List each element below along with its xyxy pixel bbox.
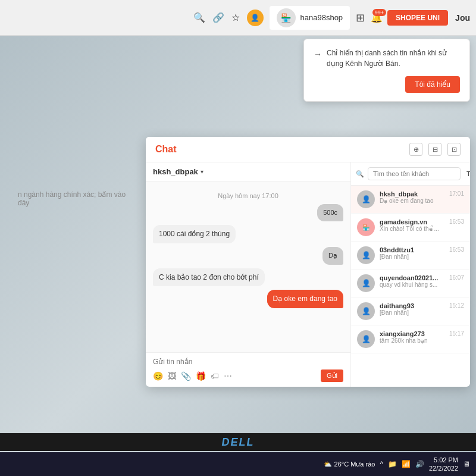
send-btn[interactable]: Gửi (321, 369, 343, 382)
sticker-icon[interactable]: 🏷 (211, 371, 219, 381)
tooltip-popup: → Chỉ hiển thị danh sách tin nhắn khi sử… (303, 39, 470, 102)
grid-apps-icon[interactable]: ⊞ (356, 11, 365, 24)
contact-name: 03nddttzu1 (380, 246, 444, 253)
contact-item[interactable]: 👤 daithang93 [Đan nhãn] 15:12 (351, 298, 470, 325)
contact-name: hksh_dbpak (380, 190, 444, 198)
search-icon[interactable]: 🔍 (193, 12, 205, 23)
contact-preview: quay vd khui hàng s... (380, 281, 444, 288)
message-row: C kia bảo tao 2 đơn cho bớt phí (153, 268, 343, 287)
contact-info: gamadesign.vn Xin chào! Tôi có thể ... (380, 218, 444, 232)
taskbar-volume-icon[interactable]: 🔊 (415, 460, 424, 468)
contact-item[interactable]: 👤 03nddttzu1 [Đan nhãn] 16:53 (351, 242, 470, 270)
contact-time: 15:17 (449, 330, 464, 337)
avatar: 👤 (357, 190, 375, 208)
contact-time: 15:12 (449, 302, 464, 309)
browser-nav-icons: 🔍 🔗 ☆ 👤 (193, 10, 264, 26)
contact-name: daithang93 (380, 302, 444, 309)
contact-time: 16:53 (449, 218, 464, 225)
contact-info: xiangxiang273 tâm 260k nha bạn (380, 330, 444, 344)
filter-dropdown[interactable]: Tất cả (464, 170, 470, 178)
contact-item[interactable]: 👤 xiangxiang273 tâm 260k nha bạn 15:17 (351, 325, 470, 353)
taskbar: ⛅ 26°C Mưa rào ^ 📁 📶 🔊 5:02 PM 22/2/2022… (0, 452, 476, 476)
message-bubble: 1000 cái đồng 2 thùng (153, 225, 236, 243)
contact-time: 17:01 (449, 190, 464, 197)
gift-icon[interactable]: 🎁 (196, 371, 206, 381)
contact-name: quyendoan02021... (380, 274, 444, 281)
message-row: 500c (153, 204, 343, 221)
message-bubble: Dạ (322, 247, 343, 264)
messages-area: Ngày hôm nay 17:00 500c 1000 cái đồng 2 … (146, 181, 350, 352)
attachment-icon[interactable]: 📎 (181, 371, 191, 381)
emoji-icon[interactable]: 😊 (153, 371, 163, 381)
contact-time: 16:07 (449, 274, 464, 281)
contact-item[interactable]: 👤 quyendoan02021... quay vd khui hàng s.… (351, 270, 470, 298)
dell-logo: DELL (222, 436, 255, 449)
add-chat-icon[interactable]: ⊕ (409, 143, 422, 156)
up-arrow-icon[interactable]: ^ (380, 460, 383, 468)
contact-info: daithang93 [Đan nhãn] (380, 302, 444, 316)
chat-input[interactable] (153, 358, 343, 366)
taskbar-folder-icon[interactable]: 📁 (388, 460, 397, 468)
side-text: n ngành hàng chính xác; bấm vào đây (18, 190, 137, 207)
taskbar-network-icon[interactable]: 📶 (402, 460, 411, 468)
chat-header: Chat ⊕ ⊟ ⊡ (146, 137, 470, 162)
username: hana98shop (300, 13, 343, 22)
chat-title: Chat (155, 144, 177, 155)
contact-info: hksh_dbpak Dạ oke em đang tao (380, 190, 444, 204)
more-icon[interactable]: ⋯ (224, 371, 232, 381)
avatar: 👤 (357, 302, 375, 320)
avatar: 👤 (357, 246, 375, 264)
user-icon[interactable]: 👤 (247, 10, 264, 26)
chat-input-area: 😊 🖼 📎 🎁 🏷 ⋯ Gửi (146, 352, 350, 387)
star-icon[interactable]: ☆ (231, 12, 240, 23)
contact-item[interactable]: 👤 hksh_dbpak Dạ oke em đang tao 17:01 (351, 186, 470, 214)
share-icon[interactable]: 🔗 (212, 12, 224, 23)
avatar: 🏪 (357, 218, 375, 236)
monitor-brand: DELL (0, 433, 476, 451)
taskbar-weather: ⛅ 26°C Mưa rào (324, 461, 375, 468)
weather-icon: ⛅ (324, 461, 332, 468)
notification-bell[interactable]: 🔔 99+ (371, 12, 383, 23)
contact-name: xiangxiang273 (380, 330, 444, 337)
contact-item[interactable]: 🏪 gamadesign.vn Xin chào! Tôi có thể ...… (351, 214, 470, 242)
tooltip-arrow-icon: → (314, 48, 322, 61)
contact-preview: tâm 260k nha bạn (380, 337, 444, 344)
chat-panel: hksh_dbpak ▾ Ngày hôm nay 17:00 500c 100… (146, 162, 351, 387)
avatar: 👤 (357, 330, 375, 348)
user-area: 🏪 hana98shop (270, 6, 350, 30)
image-icon[interactable]: 🖼 (168, 371, 176, 381)
taskbar-monitor-icon[interactable]: 🖥 (463, 460, 470, 468)
message-row: 1000 cái đồng 2 thùng (153, 225, 343, 243)
expand-chat-icon[interactable]: ⊡ (447, 143, 461, 156)
contacts-list: 👤 hksh_dbpak Dạ oke em đang tao 17:01 🏪 … (351, 186, 470, 387)
message-row: Dạ (153, 247, 343, 264)
contact-preview: [Đan nhãn] (380, 253, 444, 260)
chat-body: hksh_dbpak ▾ Ngày hôm nay 17:00 500c 100… (146, 162, 470, 387)
contact-info: quyendoan02021... quay vd khui hàng s... (380, 274, 444, 288)
chat-header-icons: ⊕ ⊟ ⊡ (409, 143, 461, 156)
confirm-btn[interactable]: Tôi đã hiểu (405, 76, 460, 93)
minimize-chat-icon[interactable]: ⊟ (428, 143, 441, 156)
browser-header: 🔍 🔗 ☆ 👤 🏪 hana98shop ⊞ 🔔 99+ SHOPEE UNI … (0, 0, 476, 36)
message-bubble: Dạ oke em đang tao (267, 290, 343, 308)
contacts-panel: 🔍 Tất cả 👤 hksh_dbpak Dạ oke em đang tao… (351, 162, 470, 387)
contact-info: 03nddttzu1 [Đan nhãn] (380, 246, 444, 260)
dropdown-arrow-icon[interactable]: ▾ (201, 168, 203, 175)
date-divider: Ngày hôm nay 17:00 (153, 192, 343, 199)
avatar: 🏪 (277, 8, 296, 27)
contact-preview: [Đan nhãn] (380, 309, 444, 316)
taskbar-right: ⛅ 26°C Mưa rào ^ 📁 📶 🔊 5:02 PM 22/2/2022… (324, 456, 470, 473)
message-bubble: C kia bảo tao 2 đơn cho bớt phí (153, 268, 265, 287)
contact-preview: Xin chào! Tôi có thể ... (380, 226, 444, 232)
tooltip-text: → Chỉ hiển thị danh sách tin nhắn khi sử… (314, 48, 460, 69)
desktop: 🔍 🔗 ☆ 👤 🏪 hana98shop ⊞ 🔔 99+ SHOPEE UNI … (0, 0, 476, 476)
current-chat-name: hksh_dbpak (153, 167, 198, 176)
contacts-search-input[interactable] (368, 167, 461, 180)
taskbar-time: 5:02 PM 22/2/2022 (429, 456, 458, 473)
chat-panel-header: hksh_dbpak ▾ (146, 162, 350, 181)
message-bubble: 500c (317, 204, 343, 221)
shopee-btn[interactable]: SHOPEE UNI (387, 10, 448, 26)
contact-name: gamadesign.vn (380, 218, 444, 226)
search-contacts-icon: 🔍 (356, 170, 364, 178)
contacts-search-bar: 🔍 Tất cả (351, 162, 470, 186)
